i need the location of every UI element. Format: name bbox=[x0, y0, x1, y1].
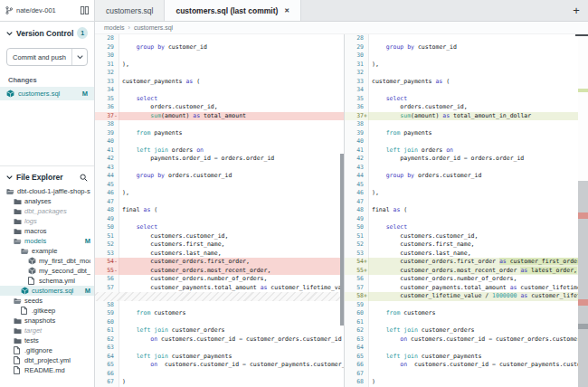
code-line[interactable]: 61 bbox=[345, 318, 588, 327]
code-line[interactable]: 63 on customers.customer_id = customer_o… bbox=[345, 335, 588, 345]
tree-item-readme-md[interactable]: README.md bbox=[0, 365, 94, 375]
search-icon[interactable] bbox=[80, 174, 88, 182]
tree-item-macros[interactable]: macros bbox=[0, 226, 94, 236]
tree-item-tests[interactable]: tests bbox=[0, 335, 94, 345]
code-line[interactable]: 51 customers.customer_id, bbox=[345, 232, 588, 241]
code-line[interactable]: 31), bbox=[345, 61, 588, 70]
code-line[interactable]: 30 bbox=[345, 52, 588, 61]
code-line[interactable]: 67 bbox=[345, 370, 588, 379]
code-line[interactable]: 55+ customer_orders.most_recent_order as… bbox=[345, 267, 588, 276]
code-line[interactable]: 53 customers.last_name, bbox=[345, 250, 588, 259]
code-line[interactable]: 40 bbox=[95, 137, 344, 146]
code-line[interactable]: 68) bbox=[345, 378, 588, 387]
code-line[interactable]: 55- customer_orders.most_recent_order, bbox=[95, 267, 344, 276]
code-line[interactable]: 58+ customer_lifetime_value / 1000000 as… bbox=[345, 292, 588, 301]
code-line[interactable]: 46), bbox=[95, 189, 344, 198]
overview-ruler[interactable] bbox=[578, 34, 588, 387]
code-line[interactable]: 66 bbox=[95, 370, 344, 379]
tree-item-models[interactable]: modelsM bbox=[0, 236, 94, 246]
code-line[interactable]: 62 left join customer_orders bbox=[345, 326, 588, 335]
commit-options-button[interactable] bbox=[71, 49, 87, 65]
code-line[interactable]: 60 from customers bbox=[345, 309, 588, 318]
file-explorer-header[interactable]: File Explorer bbox=[0, 166, 94, 186]
tree-item-target[interactable]: target bbox=[0, 326, 94, 335]
code-line[interactable]: 59 bbox=[345, 301, 588, 310]
code-line[interactable]: 48final as ( bbox=[95, 206, 344, 215]
code-line[interactable]: 38 bbox=[345, 120, 588, 129]
chevron-down-icon[interactable] bbox=[6, 175, 13, 180]
code-line[interactable]: 54+ customer_orders.first_order as custo… bbox=[345, 258, 588, 267]
code-line[interactable]: 40 bbox=[345, 137, 588, 146]
code-line[interactable]: 35 select bbox=[95, 95, 344, 104]
tree-item-logs[interactable]: logs bbox=[0, 216, 94, 226]
code-line[interactable]: 28 bbox=[95, 34, 344, 43]
code-line[interactable]: 57 customer_payments.total_amount as cus… bbox=[95, 284, 344, 293]
code-line[interactable]: 53 customers.last_name, bbox=[95, 250, 344, 259]
code-line[interactable]: 30 bbox=[95, 52, 344, 61]
code-line[interactable]: 49 bbox=[345, 215, 588, 224]
code-line[interactable]: 42 payments.order_id = orders.order_id bbox=[345, 155, 588, 164]
tree-item-schema-yml[interactable]: schema.yml bbox=[0, 276, 94, 286]
code-line[interactable]: 38 bbox=[95, 120, 344, 129]
code-line[interactable]: 34 bbox=[345, 86, 588, 95]
tree-item-seeds[interactable]: seeds bbox=[0, 296, 94, 306]
branch-selector[interactable]: nate/dev-001 bbox=[0, 0, 95, 22]
code-line[interactable]: 33customer_payments as ( bbox=[345, 78, 588, 87]
code-line[interactable]: 39 from payments bbox=[95, 129, 344, 138]
code-line[interactable]: 41 left join orders on bbox=[95, 146, 344, 156]
diff-filler-row[interactable] bbox=[95, 292, 344, 301]
tree-item-my-first-dbt-model[interactable]: my_first_dbt_model.... bbox=[0, 256, 94, 266]
code-line[interactable]: 37- sum(amount) as total_amount bbox=[95, 112, 344, 121]
code-line[interactable]: 39 from payments bbox=[345, 129, 588, 138]
tree-item-example[interactable]: example bbox=[0, 246, 94, 256]
code-line[interactable]: 43 bbox=[95, 164, 344, 173]
code-line[interactable]: 60 bbox=[95, 318, 344, 327]
code-line[interactable]: 62 on customers.customer_id = customer_o… bbox=[95, 335, 344, 345]
new-tab-button[interactable]: + bbox=[564, 0, 588, 21]
code-line[interactable]: 33customer_payments as ( bbox=[95, 78, 344, 87]
tree-item-dbt-packages[interactable]: dbt_packages bbox=[0, 206, 94, 216]
tree-item-dbt-cloud-1-jaffle-shop-s[interactable]: dbt-cloud-1-jaffle-shop-s... bbox=[0, 186, 94, 196]
code-line[interactable]: 32 bbox=[345, 69, 588, 78]
code-line[interactable]: 35 select bbox=[345, 95, 588, 104]
code-line[interactable]: 43 bbox=[345, 164, 588, 173]
code-line[interactable]: 54- customer_orders.first_order, bbox=[95, 258, 344, 267]
commit-and-push-button[interactable]: Commit and push bbox=[7, 49, 71, 65]
close-icon[interactable]: ✕ bbox=[284, 7, 289, 14]
panel-layout-icon[interactable] bbox=[81, 6, 89, 14]
code-line[interactable]: 52 customers.first_name, bbox=[345, 241, 588, 250]
breadcrumb-item[interactable]: customers.sql bbox=[134, 24, 173, 31]
code-line[interactable]: 31), bbox=[95, 61, 344, 70]
code-line[interactable]: 64 bbox=[345, 344, 588, 353]
code-line[interactable]: 51 customers.customer_id, bbox=[95, 232, 344, 241]
code-line[interactable]: 45 bbox=[345, 181, 588, 190]
code-line[interactable]: 46), bbox=[345, 189, 588, 198]
code-line[interactable]: 50 select bbox=[95, 223, 344, 232]
tab-customers-sql[interactable]: customers.sql bbox=[95, 0, 165, 21]
tree-item-gitignore[interactable]: .gitignore bbox=[0, 345, 94, 355]
code-line[interactable]: 48final as ( bbox=[345, 206, 588, 215]
code-line[interactable]: 50 select bbox=[345, 223, 588, 232]
tree-item-dbt-project-yml[interactable]: dbt_project.yml bbox=[0, 355, 94, 365]
code-line[interactable]: 56 customer_orders.number_of_orders, bbox=[345, 275, 588, 284]
tab-customers-sql-last-commit-[interactable]: customers.sql (last commit)✕ bbox=[165, 0, 301, 21]
diff-pane-current[interactable]: 2829 group by customer_id3031),3233custo… bbox=[95, 34, 345, 387]
code-line[interactable]: 49 bbox=[95, 215, 344, 224]
code-line[interactable]: 42 payments.order_id = orders.order_id bbox=[95, 155, 344, 164]
breadcrumb-item[interactable]: models bbox=[104, 24, 125, 31]
code-line[interactable]: 67) bbox=[95, 378, 344, 387]
diff-pane-last-commit[interactable]: 2829 group by customer_id3031),3233custo… bbox=[345, 34, 588, 387]
tree-item-customers-sql[interactable]: customers.sqlM bbox=[0, 286, 94, 296]
code-line[interactable]: 58 bbox=[95, 301, 344, 310]
code-line[interactable]: 63 bbox=[95, 344, 344, 353]
code-line[interactable]: 29 group by customer_id bbox=[95, 43, 344, 52]
code-line[interactable]: 57 customer_payments.total_amount as cus… bbox=[345, 284, 588, 293]
code-line[interactable]: 61 left join customer_orders bbox=[95, 326, 344, 335]
code-line[interactable]: 52 customers.first_name, bbox=[95, 241, 344, 250]
code-line[interactable]: 37+ sum(amount) as total_amount_in_dolla… bbox=[345, 112, 588, 121]
code-line[interactable]: 56 customer_orders.number_of_orders, bbox=[95, 275, 344, 284]
chevron-down-icon[interactable] bbox=[6, 31, 13, 36]
changed-file-item[interactable]: customers.sqlM bbox=[0, 87, 94, 100]
code-line[interactable]: 29 group by customer_id bbox=[345, 43, 588, 52]
version-control-header[interactable]: Version Control 1 bbox=[0, 22, 94, 42]
